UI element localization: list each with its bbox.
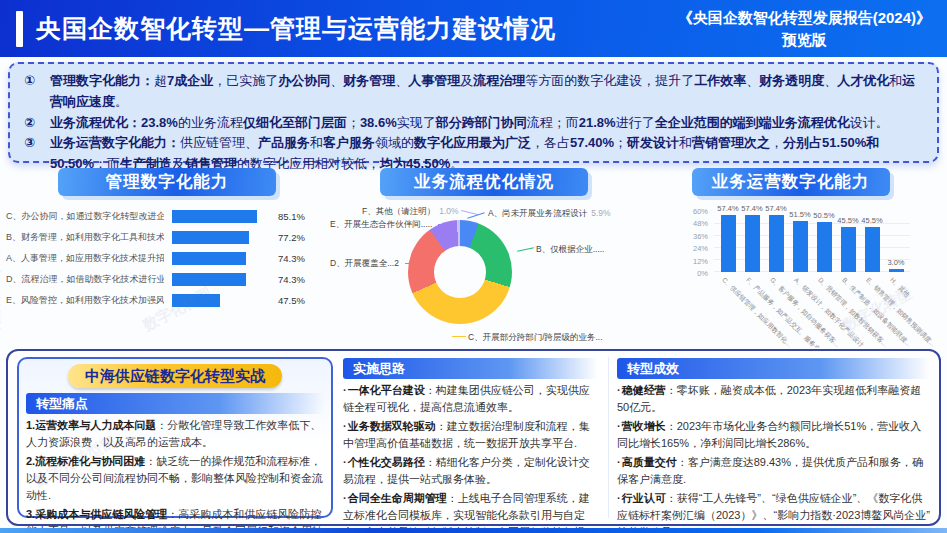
vbar-value-label: 57.4% [765,204,786,213]
vbar-value-label: 45.5% [861,216,882,225]
vbar-fill [745,215,760,272]
hbar-row: B、财务管理，如利用数字化工具和技术优化...77.2% [6,227,328,248]
report-title-line: 《央国企数智化转型发展报告(2024)》 [678,7,931,29]
vbar-value-label: 57.4% [717,204,738,213]
summary-line: ②业务流程优化：23.8%的业务流程仅细化至部门层面；38.6%实现了部分跨部门… [24,113,923,134]
vbar-value-label: 45.5% [837,216,858,225]
vbar-y-tick: 24% [693,244,708,253]
vbar-area: 60%48%36%24%12%0% 57.4%57.4%57.4%51.5%50… [640,206,941,348]
summary-segment: 57.40% [570,135,614,150]
report-reference: 《央国企数智化转型发展报告(2024)》 预览版 [678,7,931,51]
vbar-y-tick: 48% [693,219,708,228]
case-item-lead: 个性化交易路径 [348,456,425,468]
vbar-fill [865,227,880,273]
summary-segment: 、 [330,73,343,88]
hbar-rows: C、办公协同，如通过数字化转型改进企业内...85.1%B、财务管理，如利用数字… [6,206,328,311]
chart-management-panel: 管理数字化能力 C、办公协同，如通过数字化转型改进企业内...85.1%B、财务… [6,166,328,346]
vbar-category-label: H、其他 [888,276,911,299]
case-item-lead: 业务数据双轮驱动 [348,420,436,432]
donut-hole [434,246,486,298]
hbar-category-label: E、风险管控，如利用数字化技术加强风险识... [6,294,164,307]
hbar-fill [172,273,246,286]
summary-number: ② [24,113,35,134]
vbar-slot: 57.4% [716,212,740,272]
summary-segment: 人才优化 [837,73,889,88]
vbar-fill [841,227,856,273]
hbar-row: C、办公协同，如通过数字化转型改进企业内...85.1% [6,206,328,227]
summary-segment: 21.8% [579,115,616,130]
summary-segment: 流程治理 [473,73,525,88]
title-accent-bar [16,11,23,47]
case-study-row: 中海供应链数字化转型实战 转型痛点 1.运营效率与人力成本问题：分散化管理导致工… [6,349,941,526]
summary-segment: 人事管理 [408,73,460,88]
chart-title-management: 管理数字化能力 [58,168,276,196]
hbar-category-label: C、办公协同，如通过数字化转型改进企业内... [6,210,164,223]
summary-segment: 。 [115,94,128,109]
summary-segment: 的业务流程 [178,115,243,130]
case-item: 2.流程标准化与协同困难：缺乏统一的操作规范和流程标准，以及不同分公司间流程协同… [26,453,324,504]
summary-text: 业务流程优化：23.8%的业务流程仅细化至部门层面；38.6%实现了部分跨部门协… [50,115,889,130]
summary-segment: 数字化应用最为广泛 [414,135,531,150]
results-column: 转型成效 稳健经营：零坏账，融资成本低，2023年实现超低利率融资超50亿元。营… [608,357,930,518]
section-banner-pain-points: 转型痛点 [26,393,324,414]
summary-segment: ， [770,135,783,150]
summary-segment: 客户服务 [323,135,375,150]
vbar-y-tick: 0% [697,269,708,278]
hbar-track [172,294,272,307]
hbar-value-label: 77.2% [278,232,305,243]
summary-segment: 实现了 [397,115,436,130]
case-item: 1.运营效率与人力成本问题：分散化管理导致工作效率低下、人力资源浪费，以及高昂的… [26,417,324,451]
hbar-row: E、风险管控，如利用数字化技术加强风险识...47.5% [6,290,328,311]
case-item-lead: 合同全生命周期管理 [348,492,447,504]
hbar-category-label: B、财务管理，如利用数字化工具和技术优化... [6,231,164,244]
vbar-fill [817,222,832,273]
summary-segment: 、 [395,73,408,88]
vbar-y-tick: 36% [693,232,708,241]
summary-segment: 领域的 [375,135,414,150]
summary-line: ①管理数字化能力：超7成企业，已实施了办公协同、财务管理、人事管理及流程治理等方… [24,71,923,113]
vbar-fill [793,221,808,273]
hbar-value-label: 85.1% [278,211,305,222]
vbar-value-label: 3.0% [887,258,904,267]
hbar-value-label: 47.5% [278,295,305,306]
case-item: 营收增长：2023年市场化业务合约额同比增长51%，营业收入同比增长165%，净… [617,418,930,452]
vbar-fill [721,215,736,272]
summary-segment: 工作效率 [694,73,746,88]
hbar-fill [172,231,249,244]
summary-list: ①管理数字化能力：超7成企业，已实施了办公协同、财务管理、人事管理及流程治理等方… [24,71,923,175]
case-title: 中海供应链数字化转型实战 [68,364,282,388]
implementation-items: 一体化平台建设：构建集团供应链公司，实现供应链全程可视化，提高信息流通效率。业务… [343,382,598,533]
vbar-value-label: 50.5% [813,211,834,220]
summary-segment: 和 [889,73,902,88]
summary-segment: 、 [746,73,759,88]
summary-segment: 、 [824,73,837,88]
page-title: 央国企数智化转型—管理与运营能力建设情况 [36,12,556,45]
summary-segment: 业务运营数字化能力： [50,135,180,150]
vbar-x-labels: C、供应链管理，如应用数智化...F、产品服务，如产品交互、服务交付...G、客… [714,276,934,348]
chart-title-process: 业务流程优化情况 [380,168,588,196]
hbar-value-label: 74.3% [278,253,305,264]
vbar-slot: 45.5% [836,212,860,272]
vbar-slot: 51.5% [788,212,812,272]
hbar-category-label: A、人事管理，如应用数字化技术提升招聘、... [6,252,164,265]
summary-segment: 管理数字化能力： [50,73,154,88]
summary-segment: ，各占 [531,135,570,150]
summary-segment: ； [614,135,627,150]
summary-text: 管理数字化能力：超7成企业，已实施了办公协同、财务管理、人事管理及流程治理等方面… [50,73,915,109]
hbar-track [172,273,272,286]
summary-segment: 办公协同 [278,73,330,88]
summary-segment: 及 [460,73,473,88]
donut-area: F、其他（请注明）1.0% E、开展生态合作伙伴间..... A、尚未开展业务流… [328,206,640,346]
pie-label-cross-department: C、开展部分跨部门/跨层级的业务... [468,332,607,344]
summary-segment: 等方面的数字化建设，提升了 [525,73,694,88]
hbar-track [172,231,272,244]
summary-segment: ，已实施了 [213,73,278,88]
chart-title-operation: 业务运营数字化能力 [692,168,890,196]
summary-segment: 流程；而 [527,115,579,130]
case-item-lead: 一体化平台建设 [348,384,425,396]
watermark: 数字化转型部 [0,250,2,340]
pie-label-enterprise-wide: D、开展覆盖全...2 [330,258,403,270]
summary-segment: 设计。 [850,115,889,130]
summary-segment: 业务流程优化： [50,115,141,130]
case-card: 中海供应链数字化转型实战 转型痛点 1.运营效率与人力成本问题：分散化管理导致工… [17,357,333,518]
